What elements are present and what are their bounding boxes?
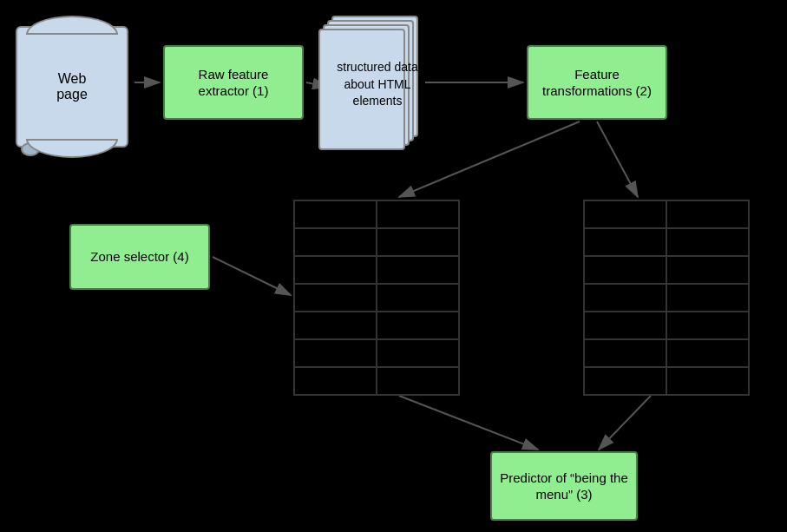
table-cell <box>666 339 749 367</box>
table-row <box>294 200 459 228</box>
table-row <box>584 284 749 312</box>
raw-feature-extractor-label: Raw feature extractor (1) <box>172 66 295 100</box>
table-cell <box>584 339 666 367</box>
table-row <box>584 200 749 228</box>
table-cell <box>294 367 377 395</box>
table-cell <box>377 312 459 339</box>
table-cell <box>584 228 666 256</box>
table-cell <box>377 367 459 395</box>
structured-data-label: structured data about HTML elements <box>337 60 417 108</box>
table-row <box>294 228 459 256</box>
table-cell <box>377 200 459 228</box>
table-cell <box>294 256 377 284</box>
table-cell <box>666 284 749 312</box>
table-cell <box>377 339 459 367</box>
table-cell <box>666 367 749 395</box>
table-cell <box>666 312 749 339</box>
table-row <box>294 367 459 395</box>
table-cell <box>377 284 459 312</box>
table-row <box>584 367 749 395</box>
table-row <box>584 312 749 339</box>
svg-line-5 <box>399 122 580 197</box>
feature-transformations-label: Feature transformations (2) <box>535 66 659 100</box>
left-data-table <box>293 200 460 396</box>
table-cell <box>666 228 749 256</box>
svg-line-4 <box>597 122 638 197</box>
table-cell <box>584 284 666 312</box>
web-page-label: Web page <box>45 71 100 102</box>
table-cell <box>377 256 459 284</box>
predictor-box: Predictor of “being the menu” (3) <box>490 451 638 521</box>
table-row <box>584 256 749 284</box>
table-row <box>294 312 459 339</box>
table-cell <box>377 228 459 256</box>
table-cell <box>584 200 666 228</box>
table-row <box>294 256 459 284</box>
feature-transformations-box: Feature transformations (2) <box>527 45 667 120</box>
right-data-table <box>583 200 750 396</box>
table-row <box>584 228 749 256</box>
table-cell <box>294 339 377 367</box>
predictor-label: Predictor of “being the menu” (3) <box>499 470 629 503</box>
table-row <box>294 339 459 367</box>
table-cell <box>294 284 377 312</box>
table-cell <box>294 228 377 256</box>
table-cell <box>584 367 666 395</box>
table-row <box>294 284 459 312</box>
svg-line-7 <box>399 396 538 450</box>
table-cell <box>666 200 749 228</box>
table-cell <box>666 256 749 284</box>
raw-feature-extractor-box: Raw feature extractor (1) <box>163 45 304 120</box>
table-cell <box>584 312 666 339</box>
stacked-pages-diagram: structured data about HTML elements <box>321 16 425 150</box>
table-cell <box>584 256 666 284</box>
table-cell <box>294 312 377 339</box>
zone-selector-label: Zone selector (4) <box>90 248 188 266</box>
svg-line-8 <box>599 396 651 450</box>
table-row <box>584 339 749 367</box>
web-page-diagram: Web page <box>16 26 137 152</box>
table-cell <box>294 200 377 228</box>
zone-selector-box: Zone selector (4) <box>69 224 210 290</box>
svg-line-6 <box>213 257 291 295</box>
